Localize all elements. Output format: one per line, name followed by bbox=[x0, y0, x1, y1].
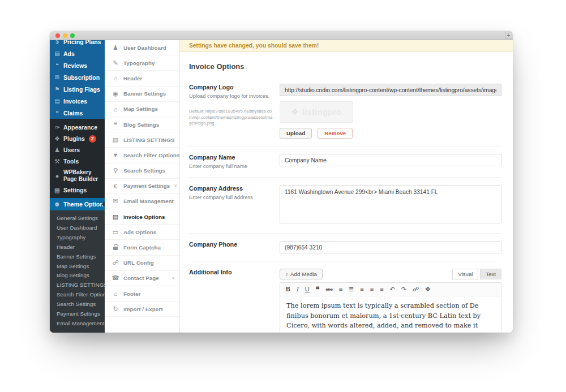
close-window-button[interactable] bbox=[55, 33, 60, 38]
minimize-window-button[interactable] bbox=[63, 33, 67, 38]
company-phone-input[interactable] bbox=[280, 241, 501, 253]
option-item-search-settings[interactable]: ⚲ Search Settings bbox=[105, 163, 179, 179]
plugin-menu-group: $ Pricing Plans ▤ Ads ❝ Reviews ✉ Subscr… bbox=[50, 40, 105, 119]
layers-icon: ❖ bbox=[291, 107, 298, 117]
italic-icon[interactable]: I bbox=[297, 286, 299, 292]
submenu-item-email-management[interactable]: Email Management bbox=[57, 319, 105, 329]
option-item-user-dashboard[interactable]: ♟ User Dashboard bbox=[105, 40, 179, 55]
option-item-label: Form Captcha bbox=[123, 244, 175, 251]
scroll-plus-button[interactable]: + bbox=[505, 32, 512, 39]
option-item-header[interactable]: ⌂ Header bbox=[105, 71, 179, 86]
upload-button[interactable]: Upload bbox=[280, 128, 312, 139]
option-item-map-settings[interactable]: ⌂ Map Settings bbox=[105, 102, 179, 117]
submenu-item-payment-settings[interactable]: Payment Settings bbox=[57, 309, 105, 319]
numbered-list-icon[interactable]: ≣ bbox=[349, 286, 354, 292]
option-item-label: Banner Settings bbox=[123, 91, 175, 97]
option-item-listing-settings[interactable]: ▤ LISTING SETTINGS ∨ bbox=[105, 132, 179, 148]
sidebar-item-label: Invoices bbox=[63, 98, 87, 105]
option-item-typography[interactable]: ✎ Typography bbox=[105, 55, 179, 71]
option-item-invoice-options[interactable]: ▤ Invoice Options bbox=[105, 209, 179, 225]
submenu-item-general-settings[interactable]: General Settings bbox=[57, 214, 105, 223]
align-right-icon[interactable]: ≡ bbox=[380, 286, 383, 292]
submenu-item-listing-settings[interactable]: LISTING SETTINGS bbox=[57, 281, 105, 290]
fullscreen-icon[interactable]: ✥ bbox=[425, 286, 430, 292]
home-icon: ⌂ bbox=[112, 75, 119, 81]
option-item-label: Ads Options bbox=[123, 229, 175, 235]
sidebar-item-listing-flags[interactable]: ⚑ Listing Flags bbox=[50, 83, 105, 95]
option-item-url-config[interactable]: ☍ URL Config bbox=[105, 256, 179, 271]
sidebar-item-label: Settings bbox=[63, 187, 87, 193]
submenu-item-search-filter-options[interactable]: Search Filter Options bbox=[57, 290, 105, 300]
company-name-desc: Enter company full name bbox=[189, 163, 274, 170]
sidebar-item-appearance[interactable]: ✑ Appearance bbox=[50, 122, 105, 133]
sidebar-item-ads[interactable]: ▤ Ads bbox=[50, 48, 105, 59]
option-item-label: Payment Settings bbox=[123, 183, 170, 189]
option-item-contact-page[interactable]: ☎ Contact Page ∨ bbox=[105, 271, 179, 286]
link-icon[interactable]: ☍ bbox=[413, 286, 419, 292]
option-item-search-filter-options[interactable]: ▼ Search Filter Options bbox=[105, 148, 179, 163]
field-row-additional-info: Additional Info ♪ Add Media Visual T bbox=[189, 261, 501, 333]
submenu-item-map-settings[interactable]: Map Settings bbox=[57, 262, 105, 272]
wp-admin-sidebar: $ Pricing Plans ▤ Ads ❝ Reviews ✉ Subscr… bbox=[50, 40, 105, 333]
option-item-label: Header bbox=[123, 75, 175, 81]
refresh-icon: ↻ bbox=[112, 305, 119, 313]
home-icon: ⌂ bbox=[112, 290, 119, 297]
sidebar-item-theme-options[interactable]: ⚙ Theme Options bbox=[50, 198, 105, 210]
blockquote-icon[interactable]: ❝ bbox=[316, 286, 320, 293]
sidebar-item-invoices[interactable]: ▤ Invoices bbox=[50, 95, 105, 107]
company-address-textarea[interactable]: 1161 Washingtown Avenue 299<br> Miami Be… bbox=[280, 185, 501, 223]
sidebar-item-users[interactable]: ♟ Users bbox=[50, 144, 105, 156]
submenu-item-banner-settings[interactable]: Banner Settings bbox=[57, 252, 105, 262]
editor-text-tab[interactable]: Text bbox=[480, 269, 501, 279]
option-item-email-management[interactable]: ✉ Email Management bbox=[105, 194, 179, 209]
bold-icon[interactable]: B bbox=[286, 286, 290, 292]
redo-icon[interactable]: ↷ bbox=[401, 286, 406, 292]
add-media-button[interactable]: ♪ Add Media bbox=[280, 269, 323, 279]
company-address-label: Company Address bbox=[189, 185, 274, 192]
undo-icon[interactable]: ↶ bbox=[390, 286, 395, 292]
sidebar-item-tools[interactable]: ⚒ Tools bbox=[50, 156, 105, 167]
option-item-label: LISTING SETTINGS bbox=[123, 137, 174, 143]
field-row-company-address: Company Address Enter company full addre… bbox=[189, 177, 501, 233]
underline-icon[interactable]: U bbox=[305, 286, 310, 292]
sidebar-item-pricing-plans[interactable]: $ Pricing Plans bbox=[50, 40, 105, 48]
company-logo-url-input[interactable] bbox=[280, 84, 501, 96]
logo-brand-text: listingpro bbox=[302, 107, 342, 117]
company-name-input[interactable] bbox=[280, 154, 501, 166]
document-icon: ▤ bbox=[54, 50, 61, 57]
align-left-icon[interactable]: ≡ bbox=[360, 286, 363, 292]
zoom-window-button[interactable] bbox=[70, 33, 75, 38]
sidebar-item-plugins[interactable]: ❖ Plugins 2 bbox=[50, 133, 105, 144]
option-item-form-captcha[interactable]: Form Captcha bbox=[105, 240, 179, 255]
remove-button[interactable]: Remove bbox=[318, 128, 353, 139]
field-row-company-logo: Company Logo Upload company logo for inv… bbox=[189, 76, 501, 146]
submenu-item-header[interactable]: Header bbox=[57, 243, 105, 252]
submenu-item-search-settings[interactable]: Search Settings bbox=[57, 300, 105, 309]
editor-content[interactable]: The lorem ipsum text is typically a scra… bbox=[280, 296, 501, 333]
editor-toolbar: B I U ❝ abc ≡ ≣ ≡ ≡ ≡ bbox=[280, 283, 501, 296]
align-center-icon[interactable]: ≡ bbox=[370, 286, 374, 292]
sidebar-item-claims[interactable]: ❝ Claims bbox=[50, 107, 105, 119]
option-item-banner-settings[interactable]: ◉ Banner Settings bbox=[105, 87, 179, 102]
comment-icon: ❝ bbox=[54, 62, 61, 68]
option-item-import-export[interactable]: ↻ Import / Export bbox=[105, 301, 179, 317]
option-item-ads-options[interactable]: ▭ Ads Options bbox=[105, 225, 179, 240]
map-pin-icon: ◉ bbox=[112, 90, 119, 97]
option-item-blog-settings[interactable]: ❝ Blog Settings bbox=[105, 117, 179, 132]
wp-core-menu-group: ✑ Appearance ❖ Plugins 2 ♟ Users ⚒ Too bbox=[50, 122, 105, 196]
sidebar-item-wpbakery[interactable]: ● WPBakery Page Builder bbox=[50, 167, 105, 184]
bullet-list-icon[interactable]: ≡ bbox=[339, 286, 342, 292]
sidebar-item-label: Appearance bbox=[63, 124, 97, 131]
submenu-item-typography[interactable]: Typography bbox=[57, 233, 105, 243]
sidebar-item-reviews[interactable]: ❝ Reviews bbox=[50, 59, 105, 71]
app-body: $ Pricing Plans ▤ Ads ❝ Reviews ✉ Subscr… bbox=[50, 40, 513, 333]
submenu-item-blog-settings[interactable]: Blog Settings bbox=[57, 271, 105, 281]
editor-visual-tab[interactable]: Visual bbox=[452, 269, 478, 279]
submenu-item-user-dashboard[interactable]: User Dashboard bbox=[57, 223, 105, 233]
sidebar-item-settings[interactable]: ▦ Settings bbox=[50, 184, 105, 196]
option-item-payment-settings[interactable]: € Payment Settings ∨ bbox=[105, 179, 179, 194]
option-item-label: Blog Settings bbox=[123, 122, 175, 128]
sidebar-item-subscription[interactable]: ✉ Subscription bbox=[50, 71, 105, 83]
strikethrough-icon[interactable]: abc bbox=[326, 287, 333, 292]
option-item-footer[interactable]: ⌂ Footer bbox=[105, 286, 179, 301]
